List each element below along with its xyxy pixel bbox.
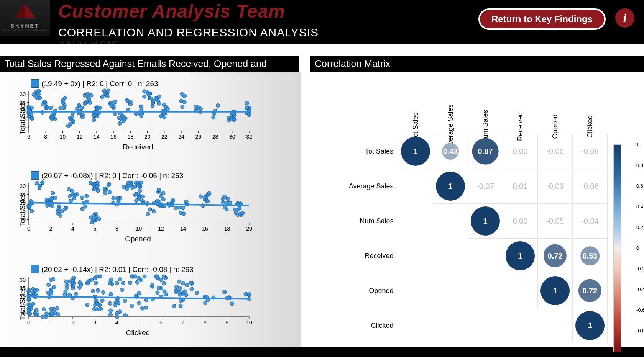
scatter-clicked-legend-text: (20.02 + -0.14x) | R2: 0.01 | Corr: -0.0…	[41, 265, 194, 273]
svg-text:22: 22	[161, 134, 168, 140]
svg-point-588	[42, 308, 46, 311]
scatter-clicked-xlabel: Clicked	[8, 329, 268, 337]
svg-point-435	[171, 198, 175, 202]
scatter-clicked-legend: (20.02 + -0.14x) | R2: 0.01 | Corr: -0.0…	[31, 265, 268, 274]
svg-text:30: 30	[229, 134, 235, 140]
svg-text:10: 10	[136, 226, 142, 232]
svg-point-557	[98, 275, 102, 278]
scatter-opened-legend-text: (20.07 + -0.08x) | R2: 0 | Corr: -0.06 |…	[41, 172, 183, 180]
svg-text:8: 8	[44, 134, 47, 140]
regression-charts-panel: (19.49 + 0x) | R2: 0 | Corr: 0 | n: 263 …	[0, 72, 301, 347]
svg-point-114	[83, 102, 87, 106]
scatter-opened-xlabel: Opened	[8, 235, 268, 243]
svg-point-182	[34, 90, 38, 93]
info-icon[interactable]: i	[615, 8, 634, 28]
colorbar-tick: 0.6	[636, 183, 643, 189]
svg-point-607	[100, 299, 104, 303]
matrix-cell: -0.08	[573, 134, 608, 169]
colorbar-tick: -1	[636, 349, 641, 354]
svg-point-606	[157, 286, 161, 290]
svg-text:5: 5	[138, 319, 141, 326]
svg-point-197	[245, 106, 249, 110]
matrix-cell: -0.04	[573, 204, 608, 239]
svg-text:7: 7	[182, 319, 185, 326]
svg-point-635	[92, 307, 96, 311]
colorbar	[613, 144, 621, 352]
matrix-cell: 1	[398, 134, 433, 169]
matrix-cell: -0.06	[573, 169, 608, 204]
svg-point-86	[71, 120, 75, 124]
svg-point-582	[179, 299, 183, 303]
svg-point-211	[245, 101, 249, 105]
svg-point-196	[247, 113, 251, 116]
svg-point-418	[30, 209, 34, 213]
svg-point-506	[68, 293, 72, 297]
svg-point-170	[59, 106, 62, 110]
matrix-cell: 0.53	[573, 239, 608, 273]
return-button[interactable]: Return to Key Findings	[478, 8, 606, 30]
svg-point-632	[185, 283, 189, 287]
logo-text: SKYNET	[0, 23, 50, 29]
svg-point-69	[181, 105, 184, 109]
scatter-received-legend: (19.49 + 0x) | R2: 0 | Corr: 0 | n: 263	[31, 79, 268, 88]
svg-text:6: 6	[27, 134, 30, 140]
svg-point-628	[34, 308, 38, 312]
svg-point-316	[104, 191, 107, 195]
matrix-cell: 1	[538, 273, 573, 308]
svg-point-163	[106, 89, 110, 93]
svg-point-314	[184, 200, 188, 203]
svg-point-261	[60, 209, 64, 213]
svg-point-611	[35, 288, 39, 292]
page-subtitle: CORRELATION AND REGRESSION ANALYSIS	[58, 26, 319, 39]
svg-text:8: 8	[204, 319, 207, 326]
svg-point-207	[149, 96, 153, 100]
svg-point-426	[137, 184, 141, 188]
matrix-cell: 0.01	[503, 169, 538, 204]
svg-point-369	[80, 196, 84, 200]
svg-point-322	[97, 217, 101, 221]
svg-point-593	[163, 290, 166, 293]
svg-point-494	[181, 281, 185, 285]
svg-point-200	[89, 93, 93, 97]
scatter-opened-svg: 101520253002468101214161820	[8, 181, 253, 232]
svg-point-218	[30, 116, 34, 120]
svg-point-216	[232, 112, 235, 116]
svg-point-555	[102, 290, 105, 294]
matrix-cell: 0.72	[573, 273, 608, 308]
svg-point-219	[182, 94, 186, 98]
matrix-cell: 0.43	[433, 134, 468, 169]
legend-swatch-icon	[31, 171, 39, 180]
svg-point-642	[64, 280, 68, 283]
svg-point-320	[238, 206, 242, 210]
svg-point-610	[144, 306, 148, 309]
svg-point-126	[100, 95, 104, 99]
svg-line-438	[29, 203, 249, 205]
svg-point-364	[63, 207, 67, 211]
svg-point-387	[51, 191, 55, 195]
matrix-cell: -0.03	[538, 169, 573, 204]
svg-point-561	[162, 275, 166, 278]
svg-text:18: 18	[128, 134, 134, 140]
matrix-cell: 1	[573, 308, 608, 343]
svg-text:28: 28	[212, 134, 219, 140]
svg-point-595	[94, 298, 97, 302]
svg-text:2: 2	[71, 319, 74, 326]
svg-text:6: 6	[159, 319, 163, 326]
matrix-row-label: Clicked	[339, 308, 398, 343]
svg-point-400	[45, 198, 49, 202]
svg-point-624	[50, 311, 54, 314]
svg-point-517	[190, 287, 194, 291]
svg-point-173	[117, 116, 121, 120]
svg-point-408	[73, 193, 77, 197]
svg-point-214	[94, 113, 98, 117]
colorbar-tick: -0.8	[636, 328, 644, 334]
svg-text:6: 6	[94, 226, 97, 232]
svg-point-584	[27, 297, 31, 301]
svg-point-392	[112, 196, 115, 200]
matrix-cell: 0.00	[503, 134, 538, 169]
svg-text:24: 24	[178, 134, 184, 140]
matrix-row-label: Opened	[339, 273, 398, 308]
scatter-received-svg: 101520253068101214161820222426283032	[8, 89, 253, 141]
svg-text:12: 12	[77, 134, 83, 140]
svg-point-521	[85, 303, 89, 307]
